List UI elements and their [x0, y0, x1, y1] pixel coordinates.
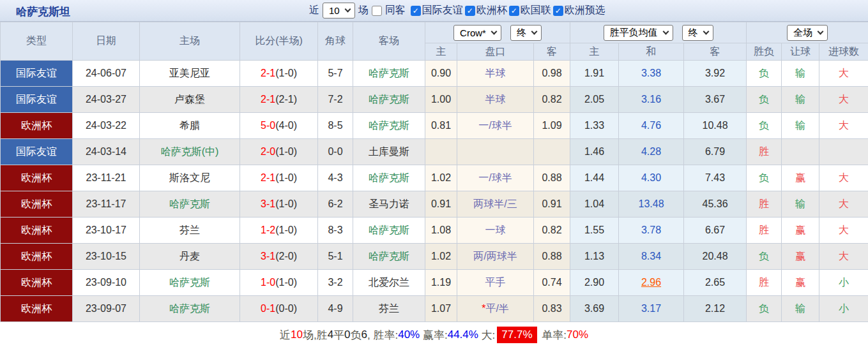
- goals-result: 大: [819, 165, 868, 191]
- goals-result: 小: [819, 296, 868, 322]
- league-type-badge: 欧洲杯: [1, 270, 73, 296]
- ah-line: 半球: [457, 87, 534, 113]
- eu-draw-odds[interactable]: 4.28: [619, 139, 684, 165]
- summary-segment: 10: [291, 329, 303, 341]
- halftime-score: (1-0): [275, 172, 297, 183]
- eu-away-odds: 3.92: [684, 61, 747, 87]
- ah-away-odds: 1.09: [534, 113, 570, 139]
- eu-draw-odds[interactable]: 3.38: [619, 61, 684, 87]
- eu-stage-select[interactable]: 终: [682, 25, 713, 41]
- away-team: 北爱尔兰: [353, 270, 425, 296]
- eu-draw-odds[interactable]: 3.17: [619, 296, 684, 322]
- matches-label: 场: [358, 4, 369, 17]
- top-bar: 哈萨克斯坦 近 10 场 同客 ✓国际友谊✓欧洲杯✓欧国联✓欧洲预选: [0, 0, 868, 22]
- away-team: 哈萨克斯: [353, 218, 425, 244]
- eu-draw-odds[interactable]: 8.34: [619, 244, 684, 270]
- goals-result: 小: [819, 270, 868, 296]
- goals-result: 大: [819, 113, 868, 139]
- summary-segment: 4: [328, 329, 333, 341]
- ah-line-text: 半球: [485, 94, 506, 105]
- handicap-result: [782, 139, 819, 165]
- eu-draw-odds[interactable]: 2.96: [619, 270, 684, 296]
- chevron-down-icon: [662, 28, 669, 34]
- score-cell: 5-0(4-0): [240, 113, 318, 139]
- league-filter-label[interactable]: 欧洲杯: [476, 4, 507, 17]
- halftime-score: (1-0): [275, 277, 297, 288]
- ah-away-odds: 0.82: [534, 218, 570, 244]
- league-filter-checkbox[interactable]: ✓: [509, 6, 519, 16]
- halftime-score: (1-0): [275, 198, 297, 209]
- handicap-result: 赢: [782, 270, 819, 296]
- league-filters: ✓国际友谊✓欧洲杯✓欧国联✓欧洲预选: [409, 4, 605, 17]
- header-date: 日期: [73, 22, 140, 61]
- result-header: 全场: [747, 22, 868, 43]
- ah-home-odds: 1.00: [425, 87, 457, 113]
- ah-home-odds: 1.02: [425, 244, 457, 270]
- eu-away-odds: 2.12: [684, 296, 747, 322]
- league-filter-checkbox[interactable]: ✓: [553, 6, 563, 16]
- halftime-score: (0-0): [275, 303, 297, 314]
- eu-company-select[interactable]: 胜平负均值: [604, 25, 673, 41]
- home-team: 卢森堡: [140, 87, 240, 113]
- handicap-result: 输: [782, 113, 819, 139]
- ah-stage-value: 终: [517, 27, 526, 39]
- header-score: 比分(半场): [240, 22, 318, 61]
- corner-count: 4-3: [318, 165, 353, 191]
- summary-segment: 大:: [478, 328, 495, 343]
- league-filter: ✓欧洲杯: [465, 4, 507, 17]
- league-filter-label[interactable]: 国际友谊: [422, 4, 463, 17]
- header-corner: 角球: [318, 22, 353, 61]
- table-row: 欧洲杯23-09-07哈萨克斯0-1(0-0)4-9芬兰1.07*平/半0.83…: [1, 296, 868, 322]
- league-filter-checkbox[interactable]: ✓: [411, 6, 421, 16]
- home-team: 丹麦: [140, 244, 240, 270]
- goals-result: 大: [819, 218, 868, 244]
- eu-draw-odds[interactable]: 3.78: [619, 218, 684, 244]
- ah-line: *平/半: [457, 296, 534, 322]
- eu-home-odds: 1.33: [570, 113, 619, 139]
- eu-home-odds: 1.46: [570, 139, 619, 165]
- chevron-down-icon: [703, 28, 709, 34]
- eu-draw-odds[interactable]: 13.48: [619, 191, 684, 218]
- goals-result: 大: [819, 244, 868, 270]
- league-filter-label[interactable]: 欧国联: [521, 4, 551, 17]
- winloss-result: 胜: [747, 139, 782, 165]
- league-filter-label[interactable]: 欧洲预选: [565, 4, 605, 17]
- eu-draw-odds[interactable]: 3.16: [619, 87, 684, 113]
- same-away-checkbox[interactable]: [372, 6, 382, 16]
- ah-company-select[interactable]: Crow*: [453, 25, 501, 41]
- handicap-result: 赢: [782, 244, 819, 270]
- ah-away-odds: 0.88: [534, 165, 570, 191]
- recent-count-select[interactable]: 10: [323, 3, 355, 18]
- home-team: 哈萨克斯: [140, 270, 240, 296]
- ah-line-text: 两/两球半: [473, 251, 517, 262]
- match-table: 类型 日期 主场 比分(半场) 角球 客场 Crow* 终: [0, 22, 868, 322]
- corner-count: 8-3: [318, 218, 353, 244]
- handicap-result: 赢: [782, 218, 819, 244]
- league-type-badge: 国际友谊: [1, 87, 73, 113]
- ah-line-text: 一/球半: [478, 172, 512, 183]
- ah-line: 两/两球半: [457, 244, 534, 270]
- winloss-result: 胜: [747, 191, 782, 218]
- period-value: 全场: [793, 27, 812, 39]
- home-team: 希腊: [140, 113, 240, 139]
- same-away-label[interactable]: 同客: [385, 4, 406, 17]
- league-type-badge: 欧洲杯: [1, 244, 73, 270]
- fulltime-score: 3-1: [261, 251, 275, 262]
- ah-stage-select[interactable]: 终: [510, 25, 542, 41]
- period-select[interactable]: 全场: [787, 25, 828, 41]
- away-team: 哈萨克斯: [353, 165, 425, 191]
- eu-draw-odds[interactable]: 4.76: [619, 113, 684, 139]
- away-team: 哈萨克斯: [353, 113, 425, 139]
- eu-away-odds: 45.36: [684, 191, 747, 218]
- home-team: 哈萨克斯: [140, 191, 240, 218]
- table-row: 国际友谊24-03-27卢森堡2-1(2-1)7-2哈萨克斯1.00半球0.82…: [1, 87, 868, 113]
- eu-draw-odds[interactable]: 4.30: [619, 165, 684, 191]
- match-date: 24-03-14: [73, 139, 140, 165]
- ah-line-text: 两球半/三: [473, 198, 517, 209]
- winloss-result: 负: [747, 165, 782, 191]
- league-type-badge: 欧洲杯: [1, 191, 73, 218]
- league-type-badge: 欧洲杯: [1, 165, 73, 191]
- league-filter-checkbox[interactable]: ✓: [465, 6, 475, 16]
- chevron-down-icon: [344, 6, 351, 13]
- ah-away-odds: 0.91: [534, 191, 570, 218]
